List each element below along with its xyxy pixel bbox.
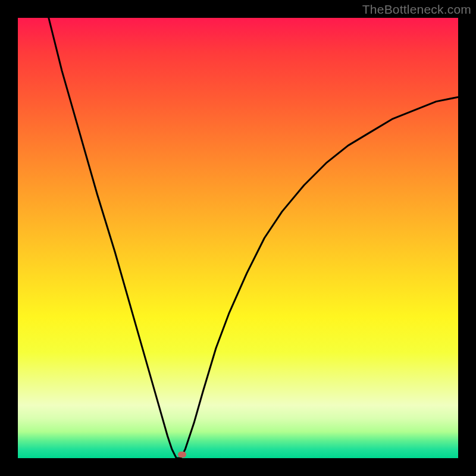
chart-frame: TheBottleneck.com [0,0,476,476]
optimal-point-marker [178,452,186,458]
chart-plot-area [18,18,458,458]
watermark-label: TheBottleneck.com [362,2,471,17]
bottleneck-curve [18,18,458,458]
